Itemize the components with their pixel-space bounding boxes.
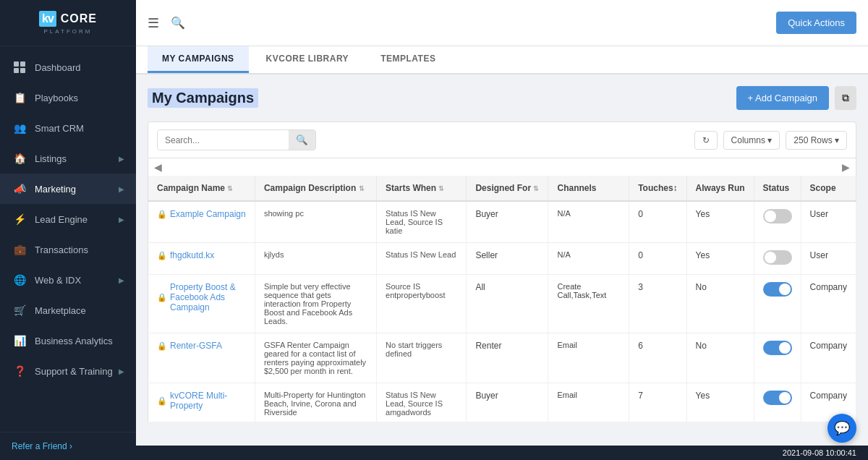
col-header-touches[interactable]: Touches↕ <box>629 176 686 201</box>
lead-engine-icon: ⚡ <box>12 211 27 227</box>
smart-crm-icon: 👥 <box>12 120 27 136</box>
tabs-bar: MY CAMPAIGNS KVCORE LIBRARY TEMPLATES <box>136 46 868 74</box>
campaign-name-link-0[interactable]: 🔒 Example Campaign <box>157 209 246 219</box>
columns-button[interactable]: Columns ▾ <box>723 131 780 150</box>
cell-channels-3: Email <box>548 333 629 383</box>
sidebar-item-marketing[interactable]: 📣 Marketing ▶ <box>0 174 136 204</box>
logo-platform: PLATFORM <box>44 28 93 35</box>
web-idx-icon: 🌐 <box>12 272 27 288</box>
sidebar-label-marketplace: Marketplace <box>35 305 124 316</box>
cell-always-run-0: Yes <box>686 201 754 243</box>
sidebar-label-lead-engine: Lead Engine <box>35 214 119 225</box>
col-header-name[interactable]: Campaign Name ⇅ <box>148 176 255 201</box>
search-input[interactable] <box>158 131 289 150</box>
cell-designed-3: Renter <box>467 333 548 383</box>
sidebar-item-marketplace[interactable]: 🛒 Marketplace <box>0 295 136 325</box>
chat-button[interactable]: 💬 <box>827 414 856 443</box>
col-header-designed-for[interactable]: Designed For ⇅ <box>467 176 548 201</box>
tab-templates[interactable]: TEMPLATES <box>366 46 450 73</box>
campaign-name-link-4[interactable]: 🔒 kvCORE Multi-Property <box>157 391 246 411</box>
table-row: 🔒 Property Boost & Facebook Ads Campaign… <box>148 275 856 333</box>
campaign-name-link-3[interactable]: 🔒 Renter-GSFA <box>157 341 246 351</box>
status-toggle-3[interactable] <box>763 341 792 355</box>
sidebar-item-lead-engine[interactable]: ⚡ Lead Engine ▶ <box>0 204 136 234</box>
sidebar-label-marketing: Marketing <box>35 184 119 195</box>
tab-kvcore-library[interactable]: KVCORE LIBRARY <box>252 46 364 73</box>
status-toggle-1[interactable] <box>763 250 792 265</box>
scroll-left-icon[interactable]: ◀ <box>154 161 162 173</box>
marketplace-icon: 🛒 <box>12 302 27 318</box>
rows-button[interactable]: 250 Rows ▾ <box>786 131 847 150</box>
scroll-right-icon[interactable]: ▶ <box>842 161 850 173</box>
sidebar: kv CORE PLATFORM Dashboard 📋 Playbooks 👥… <box>0 0 136 460</box>
main-content: ☰ 🔍 Quick Actions MY CAMPAIGNS KVCORE LI… <box>136 0 868 460</box>
sort-desc-icon: ⇅ <box>359 185 365 192</box>
col-header-channels[interactable]: Channels <box>548 176 629 201</box>
svg-rect-1 <box>20 61 25 67</box>
cell-scope-3: Company <box>801 333 856 383</box>
sort-name-icon: ⇅ <box>227 185 233 192</box>
cell-scope-2: Company <box>801 275 856 333</box>
cell-desc-0: showing pc <box>255 201 376 243</box>
sidebar-item-dashboard[interactable]: Dashboard <box>0 52 136 82</box>
status-toggle-4[interactable] <box>763 391 792 405</box>
lock-icon-2: 🔒 <box>157 293 167 302</box>
cell-starts-0: Status IS New Lead, Source IS katie <box>377 201 467 243</box>
sidebar-item-support-training[interactable]: ❓ Support & Training ▶ <box>0 356 136 386</box>
refer-friend-link[interactable]: Refer a Friend › <box>0 432 136 460</box>
dashboard-icon <box>12 59 27 75</box>
col-header-always-run[interactable]: Always Run <box>686 176 754 201</box>
col-header-starts-when[interactable]: Starts When ⇅ <box>377 176 467 201</box>
sidebar-item-playbooks[interactable]: 📋 Playbooks <box>0 82 136 113</box>
cell-status-3 <box>754 333 801 383</box>
lead-engine-arrow-icon: ▶ <box>119 216 124 223</box>
cell-designed-0: Buyer <box>467 201 548 243</box>
sidebar-item-business-analytics[interactable]: 📊 Business Analytics <box>0 325 136 356</box>
content-area: My Campaigns + Add Campaign ⧉ 🔍 ↻ Column… <box>136 74 868 446</box>
svg-rect-3 <box>20 68 25 73</box>
cell-name-1: 🔒 fhgdkutd.kx <box>148 243 255 275</box>
cell-name-0: 🔒 Example Campaign <box>148 201 255 243</box>
cell-touches-3: 6 <box>629 333 686 383</box>
tab-my-campaigns[interactable]: MY CAMPAIGNS <box>148 46 249 73</box>
logo-core: CORE <box>61 12 97 25</box>
campaign-name-link-2[interactable]: 🔒 Property Boost & Facebook Ads Campaign <box>157 282 246 312</box>
status-toggle-2[interactable] <box>763 282 792 297</box>
refresh-button[interactable]: ↻ <box>694 131 718 150</box>
export-button[interactable]: ⧉ <box>835 86 856 110</box>
lock-icon-1: 🔒 <box>157 251 167 260</box>
marketing-icon: 📣 <box>12 181 27 197</box>
sidebar-label-business-analytics: Business Analytics <box>35 336 124 346</box>
sidebar-item-web-idx[interactable]: 🌐 Web & IDX ▶ <box>0 265 136 295</box>
sidebar-label-smart-crm: Smart CRM <box>35 123 124 134</box>
cell-always-run-4: Yes <box>686 383 754 422</box>
campaign-name-link-1[interactable]: 🔒 fhgdkutd.kx <box>157 250 246 260</box>
sort-starts-icon: ⇅ <box>438 185 444 192</box>
search-submit-button[interactable]: 🔍 <box>289 130 315 150</box>
cell-desc-3: GSFA Renter Campaign geared for a contac… <box>255 333 376 383</box>
col-header-status[interactable]: Status <box>754 176 801 201</box>
status-toggle-0[interactable] <box>763 209 792 223</box>
add-campaign-button[interactable]: + Add Campaign <box>736 86 829 110</box>
svg-rect-0 <box>14 61 19 67</box>
cell-always-run-1: Yes <box>686 243 754 275</box>
transactions-icon: 💼 <box>12 242 27 257</box>
menu-icon[interactable]: ☰ <box>148 15 159 31</box>
col-header-description[interactable]: Campaign Description ⇅ <box>255 176 376 201</box>
table-row: 🔒 Example Campaign showing pc Status IS … <box>148 201 856 243</box>
sidebar-item-listings[interactable]: 🏠 Listings ▶ <box>0 143 136 174</box>
cell-touches-0: 0 <box>629 201 686 243</box>
quick-actions-button[interactable]: Quick Actions <box>776 12 856 34</box>
cell-status-1 <box>754 243 801 275</box>
cell-channels-4: Email <box>548 383 629 422</box>
listings-icon: 🏠 <box>12 150 27 166</box>
cell-name-2: 🔒 Property Boost & Facebook Ads Campaign <box>148 275 255 333</box>
listings-arrow-icon: ▶ <box>119 155 124 163</box>
cell-touches-2: 3 <box>629 275 686 333</box>
cell-scope-0: User <box>801 201 856 243</box>
sidebar-item-smart-crm[interactable]: 👥 Smart CRM <box>0 113 136 143</box>
search-icon[interactable]: 🔍 <box>171 16 185 30</box>
sidebar-item-transactions[interactable]: 💼 Transactions <box>0 234 136 265</box>
cell-designed-1: Seller <box>467 243 548 275</box>
col-header-scope[interactable]: Scope <box>801 176 856 201</box>
